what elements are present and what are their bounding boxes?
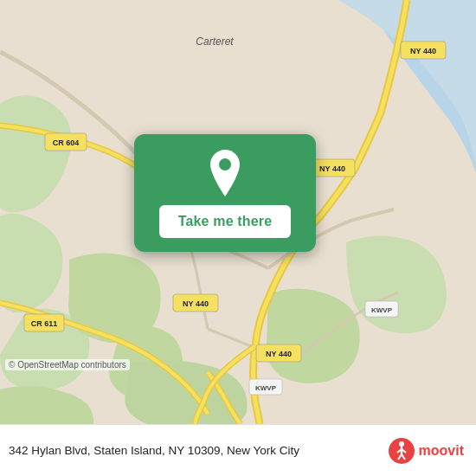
- svg-text:KWVP: KWVP: [371, 306, 393, 314]
- svg-text:NY 440: NY 440: [319, 164, 345, 173]
- svg-text:NY 440: NY 440: [266, 350, 292, 358]
- svg-text:CR 604: CR 604: [53, 138, 80, 147]
- map-attribution: © OpenStreetMap contributors: [5, 359, 130, 370]
- moovit-icon: [388, 437, 415, 465]
- svg-text:CR 611: CR 611: [31, 319, 58, 328]
- svg-text:KWVP: KWVP: [255, 384, 277, 392]
- moovit-logo: moovit: [388, 437, 464, 465]
- bottom-bar: 342 Hylan Blvd, Staten Island, NY 10309,…: [0, 424, 476, 476]
- address-text: 342 Hylan Blvd, Staten Island, NY 10309,…: [9, 443, 388, 459]
- take-me-there-button[interactable]: Take me there: [159, 205, 292, 238]
- location-pin-icon: [206, 150, 244, 196]
- map-container: NY 440 NY 440 NY 440 NY 440 NY 440 CR 60…: [0, 0, 476, 424]
- popup-card: Take me there: [134, 134, 316, 252]
- svg-point-22: [399, 441, 404, 447]
- svg-text:NY 440: NY 440: [183, 299, 209, 308]
- svg-text:NY 440: NY 440: [410, 47, 436, 55]
- moovit-label: moovit: [419, 443, 464, 459]
- svg-point-20: [219, 158, 231, 170]
- svg-text:Carteret: Carteret: [196, 35, 234, 48]
